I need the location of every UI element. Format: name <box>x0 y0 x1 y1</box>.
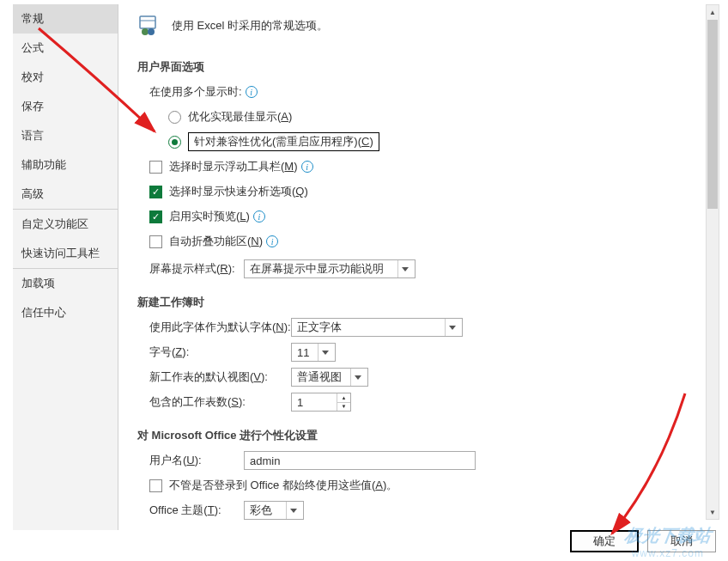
scroll-up-icon[interactable]: ▲ <box>707 5 719 19</box>
ok-button[interactable]: 确定 <box>570 530 639 552</box>
office-theme-combo[interactable]: 彩色 <box>244 501 304 520</box>
sidebar-item-custom-ribbon[interactable]: 自定义功能区 <box>13 210 118 239</box>
svg-rect-0 <box>140 16 155 28</box>
default-view-value: 普通视图 <box>297 369 342 385</box>
info-icon[interactable]: i <box>246 86 258 98</box>
sidebar-item-save[interactable]: 保存 <box>13 92 118 121</box>
default-font-value: 正文字体 <box>297 320 342 335</box>
section-new-workbook: 新建工作簿时 <box>137 295 706 310</box>
username-label: 用户名(U): <box>149 453 244 468</box>
default-view-combo[interactable]: 普通视图 <box>291 368 368 387</box>
svg-point-2 <box>142 28 149 35</box>
screentip-combo[interactable]: 在屏幕提示中显示功能说明 <box>244 259 416 278</box>
sidebar-item-addins[interactable]: 加载项 <box>13 269 118 298</box>
chk-live-label: 启用实时预览(L) <box>169 209 250 224</box>
sidebar-item-formulas[interactable]: 公式 <box>13 34 118 63</box>
sidebar-item-advanced[interactable]: 高级 <box>13 180 118 209</box>
chk-always-label: 不管是否登录到 Office 都始终使用这些值(A)。 <box>169 478 397 493</box>
info-icon[interactable]: i <box>253 210 265 223</box>
radio-optimize-display[interactable] <box>168 111 181 124</box>
default-font-combo[interactable]: 正文字体 <box>291 318 463 337</box>
scroll-thumb[interactable] <box>707 20 718 209</box>
screentip-value: 在屏幕提示中显示功能说明 <box>250 261 384 277</box>
chk-live-preview[interactable] <box>149 210 162 223</box>
info-icon[interactable]: i <box>301 161 313 173</box>
chk-collapse-label: 自动折叠功能区(N) <box>169 234 263 249</box>
spin-down-icon[interactable]: ▼ <box>337 403 350 412</box>
office-theme-value: 彩色 <box>250 503 272 518</box>
dropdown-arrow-icon <box>286 502 300 519</box>
chk-collapse-ribbon[interactable] <box>149 235 162 248</box>
font-size-combo[interactable]: 11 <box>291 343 336 362</box>
sidebar-item-proofing[interactable]: 校对 <box>13 63 118 92</box>
sidebar-item-general[interactable]: 常规 <box>13 4 118 34</box>
radio-compat-label: 针对兼容性优化(需重启应用程序)(C) <box>188 132 379 151</box>
default-view-label: 新工作表的默认视图(V): <box>149 369 291 385</box>
svg-point-3 <box>148 28 155 35</box>
chk-mini-label: 选择时显示浮动工具栏(M) <box>169 159 298 174</box>
font-size-label: 字号(Z): <box>149 345 291 360</box>
chk-quick-analysis[interactable] <box>149 186 162 198</box>
sheet-count-label: 包含的工作表数(S): <box>149 394 291 410</box>
font-size-value: 11 <box>297 346 309 359</box>
chk-mini-toolbar[interactable] <box>149 161 162 174</box>
cancel-button[interactable]: 取消 <box>647 530 716 552</box>
options-icon <box>137 13 163 39</box>
sidebar: 常规 公式 校对 保存 语言 辅助功能 高级 自定义功能区 快速访问工具栏 加载… <box>13 4 118 530</box>
radio-compat-optimize[interactable] <box>168 136 181 149</box>
dropdown-arrow-icon <box>397 260 411 277</box>
section-ui-options: 用户界面选项 <box>137 59 706 75</box>
multi-display-label: 在使用多个显示时: <box>149 84 242 100</box>
sheet-count-value: 1 <box>297 396 303 409</box>
info-icon[interactable]: i <box>266 235 278 247</box>
main-panel: 使用 Excel 时采用的常规选项。 用户界面选项 在使用多个显示时: i 优化… <box>129 4 706 520</box>
sheet-count-spinner[interactable]: 1 ▲ ▼ <box>291 393 351 412</box>
scroll-down-icon[interactable]: ▼ <box>707 505 719 519</box>
sidebar-item-language[interactable]: 语言 <box>13 121 118 150</box>
dropdown-arrow-icon <box>318 344 331 361</box>
section-personalize: 对 Microsoft Office 进行个性化设置 <box>137 428 706 443</box>
sidebar-item-accessibility[interactable]: 辅助功能 <box>13 150 118 180</box>
default-font-label: 使用此字体作为默认字体(N): <box>149 320 291 335</box>
username-input[interactable]: admin <box>244 451 476 470</box>
username-value: admin <box>250 454 280 467</box>
office-theme-label: Office 主题(T): <box>149 503 244 518</box>
spin-up-icon[interactable]: ▲ <box>337 393 350 403</box>
dropdown-arrow-icon <box>445 319 458 336</box>
sidebar-item-quick-access[interactable]: 快速访问工具栏 <box>13 239 118 268</box>
vertical-scrollbar[interactable]: ▲ ▼ <box>706 4 719 520</box>
chk-always-use[interactable] <box>149 479 162 492</box>
dropdown-arrow-icon <box>350 369 364 386</box>
header-title: 使用 Excel 时采用的常规选项。 <box>172 18 328 34</box>
radio-optimize-label: 优化实现最佳显示(A) <box>188 109 292 125</box>
chk-quick-label: 选择时显示快速分析选项(Q) <box>169 184 308 199</box>
sidebar-item-trust[interactable]: 信任中心 <box>13 298 118 327</box>
screentip-label: 屏幕提示样式(R): <box>149 261 244 277</box>
